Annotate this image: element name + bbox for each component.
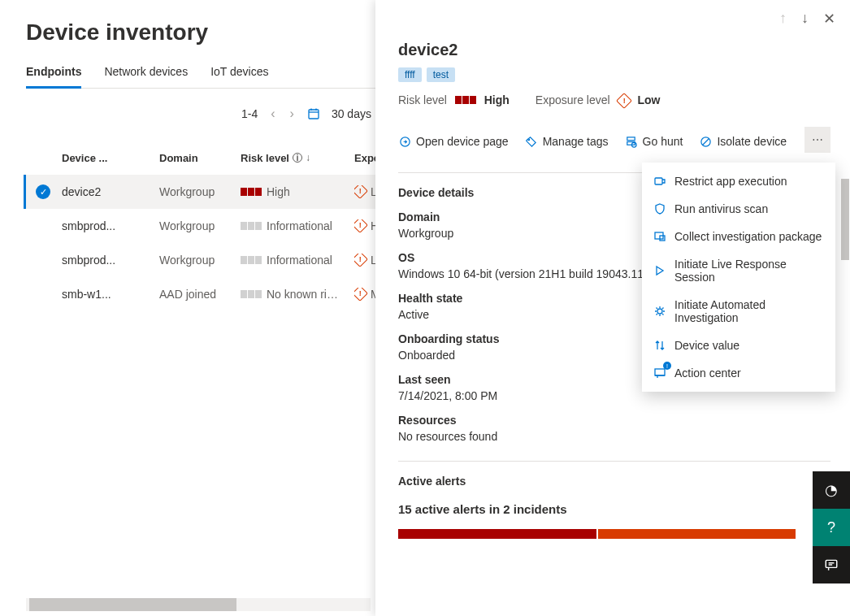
col-domain[interactable]: Domain bbox=[159, 152, 241, 164]
hunt-icon bbox=[625, 136, 638, 148]
tab-iot-devices[interactable]: IoT devices bbox=[210, 65, 268, 89]
gear-icon bbox=[653, 305, 666, 318]
menu-antivirus[interactable]: Run antivirus scan bbox=[642, 195, 835, 223]
notification-badge-icon: ! bbox=[663, 362, 671, 370]
close-icon[interactable]: ✕ bbox=[823, 10, 835, 28]
col-risk[interactable]: Risk level i ↓ bbox=[241, 152, 354, 164]
menu-live-response[interactable]: Initiate Live Response Session bbox=[642, 250, 835, 291]
panel-action-bar: Open device page Manage tags Go hunt Iso… bbox=[398, 128, 830, 154]
horizontal-scrollbar[interactable] bbox=[26, 598, 371, 611]
cell-risk: Informational bbox=[241, 254, 354, 267]
open-device-page-button[interactable]: Open device page bbox=[398, 135, 509, 148]
svg-rect-0 bbox=[309, 110, 319, 119]
cell-device: smbprod... bbox=[62, 219, 159, 232]
exposure-warning-icon bbox=[354, 219, 368, 232]
cell-risk: High bbox=[241, 185, 354, 198]
isolate-icon bbox=[699, 136, 712, 148]
risk-bars-icon bbox=[241, 222, 262, 230]
svg-line-10 bbox=[703, 138, 709, 145]
help-button[interactable]: ? bbox=[813, 509, 850, 546]
info-icon: i bbox=[293, 153, 302, 163]
menu-device-value[interactable]: Device value bbox=[642, 332, 835, 359]
external-link-icon bbox=[398, 136, 411, 148]
svg-point-5 bbox=[528, 138, 530, 140]
exposure-warning-icon bbox=[354, 254, 368, 267]
svg-rect-6 bbox=[627, 137, 635, 140]
floating-actions: ◔ ? bbox=[813, 471, 850, 583]
cell-device: smb-w1... bbox=[62, 288, 159, 301]
action-center-icon: ! bbox=[653, 367, 666, 380]
chat-button[interactable] bbox=[813, 546, 850, 583]
svg-rect-15 bbox=[655, 369, 665, 375]
risk-bars-icon bbox=[241, 188, 262, 196]
severity-medium-segment bbox=[598, 529, 796, 539]
more-actions-menu: Restrict app execution Run antivirus sca… bbox=[642, 163, 835, 392]
go-hunt-button[interactable]: Go hunt bbox=[625, 135, 683, 148]
time-filter[interactable]: 30 days bbox=[332, 107, 371, 120]
col-device[interactable]: Device ... bbox=[62, 152, 159, 164]
exposure-warning-icon bbox=[616, 93, 632, 109]
pager-next-icon[interactable]: › bbox=[288, 106, 296, 121]
nav-up-icon[interactable]: ↑ bbox=[779, 10, 787, 28]
severity-high-segment bbox=[398, 529, 596, 539]
shield-icon bbox=[653, 202, 666, 215]
menu-restrict-app[interactable]: Restrict app execution bbox=[642, 167, 835, 195]
menu-automated-investigation[interactable]: Initiate Automated Investigation bbox=[642, 291, 835, 332]
cell-risk: Informational bbox=[241, 219, 354, 232]
calendar-icon[interactable] bbox=[307, 107, 320, 120]
cell-device: smbprod... bbox=[62, 254, 159, 267]
cell-domain: AAD joined bbox=[159, 288, 241, 301]
nav-down-icon[interactable]: ↓ bbox=[801, 10, 809, 28]
tab-endpoints[interactable]: Endpoints bbox=[26, 65, 81, 89]
tag-icon bbox=[525, 136, 538, 148]
cell-domain: Workgroup bbox=[159, 219, 241, 232]
active-alerts-header[interactable]: Active alerts ⌃ bbox=[398, 475, 830, 488]
cell-domain: Workgroup bbox=[159, 254, 241, 267]
risk-bars-icon bbox=[455, 96, 476, 104]
risk-bars-icon bbox=[241, 256, 262, 264]
levels-row: Risk level High Exposure level Low bbox=[398, 93, 830, 107]
field-resources: Resources No resources found bbox=[398, 414, 830, 443]
tag[interactable]: test bbox=[427, 67, 455, 82]
risk-bars-icon bbox=[241, 290, 262, 298]
sort-icon bbox=[653, 339, 666, 352]
svg-rect-11 bbox=[655, 178, 662, 184]
manage-tags-button[interactable]: Manage tags bbox=[525, 135, 609, 148]
pager-range: 1-4 bbox=[241, 107, 258, 120]
panel-scrollbar-thumb[interactable] bbox=[841, 179, 849, 260]
alerts-severity-bar bbox=[398, 529, 796, 539]
exposure-level: Exposure level Low bbox=[536, 93, 661, 107]
package-icon bbox=[653, 230, 666, 243]
restrict-icon bbox=[653, 175, 666, 188]
panel-window-controls: ↑ ↓ ✕ bbox=[779, 10, 835, 28]
svg-rect-16 bbox=[826, 560, 837, 567]
sort-down-icon: ↓ bbox=[306, 152, 310, 163]
menu-action-center[interactable]: ! Action center bbox=[642, 359, 835, 387]
cell-domain: Workgroup bbox=[159, 185, 241, 198]
menu-collect-package[interactable]: Collect investigation package bbox=[642, 223, 835, 250]
tags: ffff test bbox=[398, 67, 830, 82]
tab-network-devices[interactable]: Network devices bbox=[104, 65, 188, 89]
feedback-button[interactable]: ◔ bbox=[813, 471, 850, 509]
isolate-device-button[interactable]: Isolate device bbox=[699, 135, 787, 148]
exposure-warning-icon bbox=[354, 288, 368, 301]
cell-risk: No known risks.. bbox=[241, 288, 354, 301]
selected-check-icon[interactable]: ✓ bbox=[36, 184, 50, 199]
more-actions-button[interactable]: ⋯ bbox=[804, 127, 830, 153]
svg-point-14 bbox=[657, 309, 662, 314]
tag[interactable]: ffff bbox=[398, 67, 422, 82]
risk-level: Risk level High bbox=[398, 93, 510, 107]
cell-device: device2 bbox=[62, 185, 159, 198]
scrollbar-thumb[interactable] bbox=[29, 598, 236, 611]
pager-prev-icon[interactable]: ‹ bbox=[269, 106, 276, 121]
play-icon bbox=[653, 264, 666, 277]
svg-rect-13 bbox=[660, 236, 665, 241]
panel-title: device2 bbox=[398, 41, 830, 59]
alerts-summary: 15 active alerts in 2 incidents bbox=[398, 502, 830, 516]
exposure-warning-icon bbox=[354, 185, 368, 198]
